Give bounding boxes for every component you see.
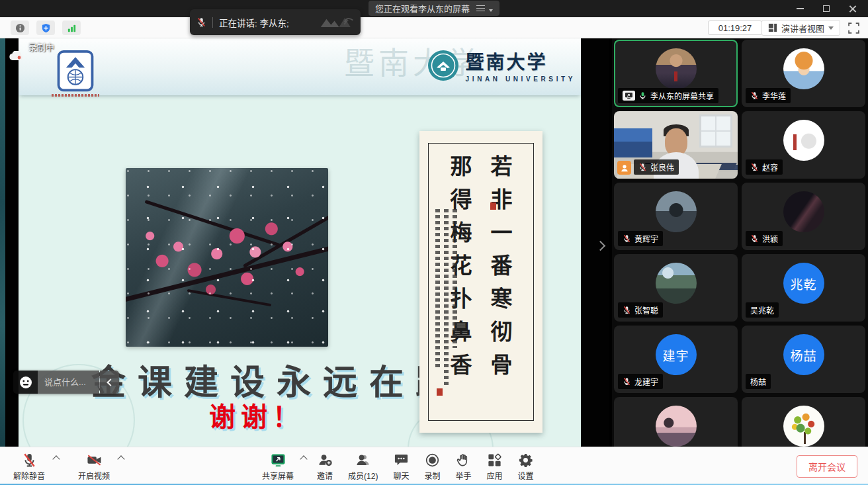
audio-options-caret[interactable] xyxy=(52,455,60,463)
red-seal xyxy=(490,202,496,210)
mic-muted-icon xyxy=(750,91,759,100)
share-screen-icon xyxy=(271,453,286,468)
collapse-chat-button[interactable] xyxy=(100,371,119,394)
chat-input[interactable] xyxy=(44,377,96,387)
avatar-initials: 杨喆 xyxy=(783,334,824,375)
leave-meeting-button[interactable]: 离开会议 xyxy=(797,455,857,478)
divider xyxy=(212,17,213,28)
chevron-down-icon xyxy=(489,9,493,12)
calligraphy-scroll: 若非一番寒彻骨 那得梅花扑鼻香 xyxy=(419,131,542,433)
participant-tile[interactable] xyxy=(742,397,865,447)
slide-thanks: 谢谢！ xyxy=(32,396,482,434)
participants-sidebar: 李从东的屏幕共享 李华莲 张良伟 赵容 xyxy=(612,38,868,447)
mic-muted-icon xyxy=(22,453,37,468)
chat-button[interactable]: 聊天 xyxy=(390,447,412,485)
meeting-timer: 01:19:27 xyxy=(708,21,762,35)
avatar xyxy=(783,191,824,232)
avatar-initials: 兆乾 xyxy=(783,263,824,304)
participant-name: 龙建宇 xyxy=(634,376,658,387)
participant-name: 杨喆 xyxy=(750,376,766,387)
share-screen-button[interactable]: 共享屏幕 xyxy=(259,447,296,485)
cloud-recording-icon xyxy=(9,51,24,62)
participant-name: 张良伟 xyxy=(650,161,674,173)
maximize-button[interactable] xyxy=(818,2,835,15)
minimize-icon xyxy=(797,8,804,9)
participant-tile[interactable]: 洪颖 xyxy=(742,183,865,250)
close-icon xyxy=(849,5,857,13)
gear-icon xyxy=(518,453,533,468)
status-toolbar: 01:19:27 演讲者视图 xyxy=(0,17,868,38)
chat-quick-bar xyxy=(13,371,119,394)
invite-button[interactable]: 邀请 xyxy=(314,447,335,485)
avatar xyxy=(656,191,697,232)
speaking-banner: 正在讲话: 李从东; xyxy=(190,9,361,35)
mic-on-icon xyxy=(638,91,647,100)
plum-blossom-photo xyxy=(126,168,328,347)
participant-name-chip: 杨喆 xyxy=(746,374,771,389)
mic-muted-icon xyxy=(623,306,631,314)
annotation-tools-icon xyxy=(320,15,354,30)
window-controls xyxy=(791,0,861,17)
members-button[interactable]: 成员(12) xyxy=(345,447,380,485)
maximize-icon xyxy=(823,5,830,12)
participant-name-chip: 黄辉宇 xyxy=(618,231,663,246)
participant-name: 黄辉宇 xyxy=(634,233,658,244)
expand-sidebar-chevron[interactable] xyxy=(595,241,606,251)
watching-screen-banner[interactable]: 您正在观看李从东的屏幕 xyxy=(369,1,499,16)
fullscreen-button[interactable] xyxy=(847,21,860,34)
mic-muted-icon xyxy=(750,163,759,171)
meeting-info-button[interactable] xyxy=(11,21,29,35)
avatar xyxy=(783,48,824,89)
university-name-en: JINAN UNIVERSITY xyxy=(466,75,576,83)
bottom-toolbar: 解除静音 开启视频 共享屏幕 邀请 成员(12) xyxy=(0,447,868,485)
participant-name-chip: 洪颖 xyxy=(746,231,783,246)
mic-muted-icon xyxy=(196,17,206,27)
avatar xyxy=(783,406,824,447)
participant-name: 洪颖 xyxy=(762,233,778,244)
start-video-button[interactable]: 开启视频 xyxy=(75,447,112,485)
fullscreen-icon xyxy=(848,22,859,34)
apps-icon xyxy=(487,453,502,468)
participant-tile-screen-share[interactable]: 李从东的屏幕共享 xyxy=(614,40,738,107)
participant-tile[interactable]: 黄辉宇 xyxy=(614,183,738,250)
avatar-initials: 建宇 xyxy=(656,334,697,375)
mic-muted-icon xyxy=(623,234,631,243)
participant-tile[interactable]: 兆乾 吴兆乾 xyxy=(742,254,865,322)
participant-tile[interactable]: 张智聪 xyxy=(614,254,738,322)
share-options-caret[interactable] xyxy=(300,455,307,463)
info-icon xyxy=(15,23,25,33)
network-quality-button[interactable] xyxy=(62,21,81,35)
host-badge-icon xyxy=(617,161,631,175)
participant-name: 李从东的屏幕共享 xyxy=(650,90,714,101)
mic-muted-icon xyxy=(750,234,759,243)
chevron-left-icon xyxy=(107,378,114,386)
university-logo: 暨南大学 JINAN UNIVERSITY xyxy=(427,48,576,83)
participant-tile-video[interactable]: 张良伟 xyxy=(614,111,738,179)
participant-tile[interactable]: 李华莲 xyxy=(742,40,865,107)
emoji-button[interactable] xyxy=(13,371,38,394)
security-button[interactable] xyxy=(36,21,55,35)
close-button[interactable] xyxy=(844,2,861,15)
video-options-caret[interactable] xyxy=(117,455,124,463)
inscription xyxy=(435,209,457,388)
minimize-button[interactable] xyxy=(791,2,808,15)
view-mode-button[interactable]: 演讲者视图 xyxy=(761,20,840,36)
record-button[interactable]: 录制 xyxy=(421,447,443,485)
settings-button[interactable]: 设置 xyxy=(515,447,536,485)
participant-name-chip: 李从东的屏幕共享 xyxy=(618,88,718,103)
slide-header: 暨南大学 暨南大学 JINAN UNIVERSITY xyxy=(19,38,581,95)
menu-icon[interactable] xyxy=(476,5,485,11)
view-mode-label: 演讲者视图 xyxy=(781,22,824,34)
mic-muted-icon xyxy=(623,377,631,386)
participant-name: 赵容 xyxy=(762,161,778,173)
apps-button[interactable]: 应用 xyxy=(484,447,505,485)
raise-hand-button[interactable]: 举手 xyxy=(453,447,474,485)
participant-name: 张智聪 xyxy=(634,304,658,316)
participant-tile[interactable]: 赵容 xyxy=(742,111,865,179)
participant-tile[interactable]: 建宇 龙建宇 xyxy=(614,326,738,393)
participant-tile[interactable]: 杨喆 杨喆 xyxy=(742,326,865,393)
unmute-button[interactable]: 解除静音 xyxy=(11,447,48,485)
participant-tile[interactable] xyxy=(614,397,738,447)
desktop-edge xyxy=(0,38,5,447)
emblem-caption xyxy=(52,94,99,97)
